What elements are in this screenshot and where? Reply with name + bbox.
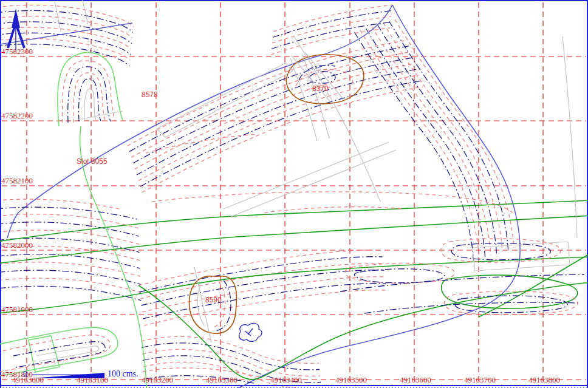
grid-label-easting-8: 49163700 xyxy=(462,375,497,385)
grid-label-easting-9: 49163800 xyxy=(527,375,562,385)
grid-label-northing-1: 47582300 xyxy=(1,47,33,56)
grid-label-northing-5: 47581900 xyxy=(1,305,33,315)
grid-label-easting-6: 49163500 xyxy=(333,375,369,385)
scale-bar-length-label: 100 cms. xyxy=(108,369,138,379)
feature-label-8590: 8590 xyxy=(205,296,222,304)
grid-label-easting-4: 49163300 xyxy=(204,375,239,385)
grid-label-easting-5: 49163400 xyxy=(268,375,304,385)
contour-layer xyxy=(0,0,588,388)
grid-label-northing-2: 47582200 xyxy=(1,111,33,121)
grid-layer xyxy=(2,2,586,384)
feature-label-slot-8055: Slot 8055 xyxy=(77,157,108,166)
feature-label-8370: 8370 xyxy=(312,84,329,93)
scale-bar-zero-label: 0 xyxy=(23,370,27,379)
grid-label-northing-3: 47582100 xyxy=(1,176,33,186)
feature-label-8578: 8578 xyxy=(142,90,158,99)
grid-label-easting-1: 49163000 xyxy=(10,375,46,385)
grid-label-easting-3: 49163200 xyxy=(140,375,175,385)
grid-label-easting-7: 49163600 xyxy=(398,375,433,385)
grid-label-northing-4: 47582000 xyxy=(1,240,33,250)
north-arrow-icon xyxy=(8,9,24,50)
map-viewport[interactable]: 47582300 47582200 47582100 47582000 4758… xyxy=(0,0,588,388)
map-canvas xyxy=(0,0,588,388)
grid-label-easting-2: 49163100 xyxy=(75,375,110,385)
